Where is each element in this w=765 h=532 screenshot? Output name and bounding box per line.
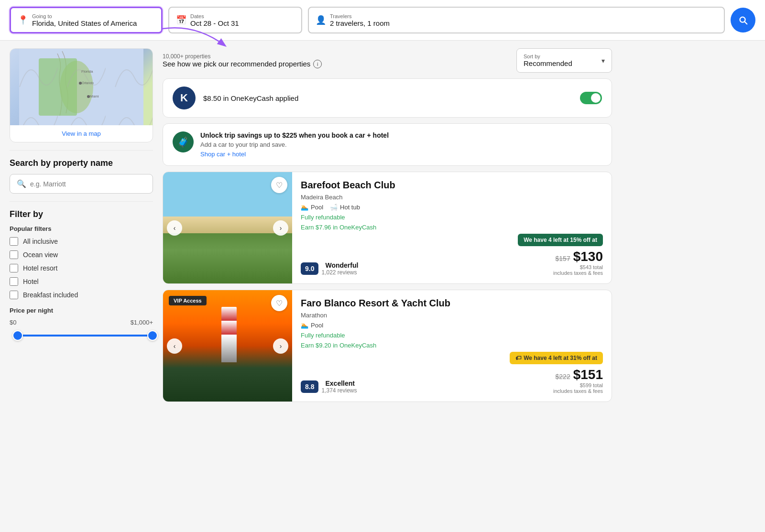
image-prev-button-1[interactable]: ‹ — [167, 338, 182, 354]
tag-icon: 🏷 — [515, 355, 521, 361]
results-info: 10,000+ properties See how we pick our r… — [163, 53, 322, 68]
property-search-field[interactable]: 🔍 — [10, 174, 153, 194]
sort-dropdown[interactable]: Sort by Recommended ▾ — [516, 48, 612, 73]
car-hotel-icon: 🧳 — [173, 131, 194, 152]
person-icon: 👤 — [316, 15, 326, 25]
view-in-map-link[interactable]: View in a map — [10, 125, 153, 142]
svg-point-5 — [79, 82, 82, 85]
hotel-card-0: ‹ › ♡ Barefoot Beach Club Madeira Beach … — [163, 172, 612, 284]
price-min-label: $0 — [10, 319, 16, 326]
property-name-input[interactable] — [30, 180, 146, 188]
map-image: Florida Miami Orlando — [10, 49, 153, 125]
amenity-pool-0: 🏊 Pool — [301, 204, 323, 211]
filter-all-inclusive-label: All inclusive — [23, 238, 58, 245]
main-layout: Florida Miami Orlando View in a map Sear… — [0, 41, 622, 415]
hotel-image-1: VIP Access ‹ › ♡ — [163, 290, 292, 402]
amenity-hottub-0: 🛁 Hot tub — [330, 204, 360, 211]
svg-text:Miami: Miami — [90, 95, 99, 98]
vip-badge-1: VIP Access — [169, 296, 207, 305]
location-pin-icon: 📍 — [18, 15, 28, 25]
property-search-title: Search by property name — [10, 158, 153, 168]
filter-breakfast[interactable]: Breakfast included — [10, 291, 153, 299]
filter-breakfast-checkbox[interactable] — [10, 291, 18, 299]
hotel-bottom-0: 9.0 Wonderful 1,022 reviews We have 4 le… — [301, 234, 603, 276]
filter-hotel-resort[interactable]: Hotel resort — [10, 264, 153, 272]
hottub-icon: 🛁 — [330, 204, 338, 211]
filter-ocean-view[interactable]: Ocean view — [10, 250, 153, 259]
image-prev-button-0[interactable]: ‹ — [167, 220, 182, 236]
filter-section: Filter by Popular filters All inclusive … — [10, 209, 153, 340]
savings-title: Unlock trip savings up to $225 when you … — [200, 131, 389, 139]
slider-thumb-right[interactable] — [147, 330, 158, 341]
favorite-button-1[interactable]: ♡ — [271, 295, 287, 311]
price-note-0: includes taxes & fees — [518, 270, 603, 276]
info-icon[interactable]: i — [313, 60, 322, 68]
going-to-field[interactable]: 📍 Going to Florida, United States of Ame… — [10, 7, 163, 33]
filter-title: Filter by — [10, 209, 153, 219]
hotel-card-1: VIP Access ‹ › ♡ Faro Blanco Resort & Ya… — [163, 290, 612, 402]
favorite-button-0[interactable]: ♡ — [271, 177, 287, 193]
map-card: Florida Miami Orlando View in a map — [10, 48, 153, 142]
hotel-info-1: Faro Blanco Resort & Yacht Club Marathon… — [292, 290, 612, 402]
hotel-name-1: Faro Blanco Resort & Yacht Club — [301, 298, 603, 309]
earn-cash-1: Earn $9.20 in OneKeyCash — [301, 342, 603, 349]
rating-section-0: 9.0 Wonderful 1,022 reviews — [301, 261, 358, 276]
rating-section-1: 8.8 Excellent 1,374 reviews — [301, 380, 357, 394]
deal-badge-1: 🏷 We have 4 left at 31% off at — [510, 352, 603, 364]
price-slider[interactable] — [12, 330, 150, 340]
image-next-button-0[interactable]: › — [273, 220, 288, 236]
calendar-icon: 📅 — [176, 15, 186, 25]
svg-rect-0 — [19, 49, 143, 125]
sort-label: Sort by — [524, 54, 572, 59]
hotel-bottom-1: 8.8 Excellent 1,374 reviews 🏷 We have 4 … — [301, 352, 603, 394]
svg-point-3 — [87, 95, 90, 98]
savings-link[interactable]: Shop car + hotel — [200, 151, 246, 158]
filter-hotel-checkbox[interactable] — [10, 277, 18, 286]
filter-all-inclusive[interactable]: All inclusive — [10, 237, 153, 246]
price-area-0: We have 4 left at 15% off at $157 $130 $… — [518, 234, 603, 276]
filter-breakfast-label: Breakfast included — [23, 291, 78, 299]
price-filter-section: Price per night $0 $1,000+ — [10, 307, 153, 340]
search-icon-small: 🔍 — [17, 179, 26, 188]
header: 📍 Going to Florida, United States of Ame… — [0, 0, 765, 41]
slider-track — [16, 335, 154, 337]
property-search-section: Search by property name 🔍 — [10, 158, 153, 194]
price-section-title: Price per night — [10, 307, 153, 314]
hotel-amenities-1: 🏊 Pool — [301, 322, 603, 329]
price-total-0: $543 total — [518, 264, 603, 270]
pool-icon-1: 🏊 — [301, 322, 308, 329]
onekey-toggle[interactable] — [580, 92, 602, 104]
filter-ocean-view-checkbox[interactable] — [10, 250, 18, 259]
rating-label-1: Excellent — [325, 380, 357, 387]
svg-point-1 — [60, 61, 93, 113]
image-next-button-1[interactable]: › — [273, 338, 288, 354]
search-button[interactable] — [731, 8, 755, 33]
amenity-pool-1: 🏊 Pool — [301, 322, 323, 329]
sort-value: Recommended — [524, 59, 572, 67]
slider-thumb-left[interactable] — [12, 330, 23, 341]
going-to-value: Florida, United States of America — [32, 19, 137, 27]
filter-all-inclusive-checkbox[interactable] — [10, 237, 18, 246]
rating-label-0: Wonderful — [325, 261, 358, 269]
savings-banner: 🧳 Unlock trip savings up to $225 when yo… — [163, 123, 612, 166]
search-icon — [738, 15, 748, 25]
hotel-amenities-0: 🏊 Pool 🛁 Hot tub — [301, 204, 603, 211]
filter-hotel-resort-checkbox[interactable] — [10, 264, 18, 272]
content-area: 10,000+ properties See how we pick our r… — [163, 48, 612, 408]
travelers-field[interactable]: 👤 Travelers 2 travelers, 1 room — [308, 7, 725, 33]
dates-field[interactable]: 📅 Dates Oct 28 - Oct 31 — [168, 7, 302, 33]
savings-desc: Add a car to your trip and save. — [200, 141, 389, 148]
divider-1 — [10, 150, 153, 151]
savings-text: Unlock trip savings up to $225 when you … — [200, 131, 389, 158]
travelers-value: 2 travelers, 1 room — [330, 19, 390, 27]
onekey-text: $8.50 in OneKeyCash applied — [203, 94, 298, 102]
price-current-1: $151 — [573, 367, 603, 382]
results-count: 10,000+ properties — [163, 53, 322, 60]
popular-filters-label: Popular filters — [10, 225, 153, 232]
filter-hotel-label: Hotel — [23, 278, 39, 285]
rating-count-0: 1,022 reviews — [321, 269, 358, 276]
price-current-0: $130 — [573, 249, 603, 264]
filter-hotel[interactable]: Hotel — [10, 277, 153, 286]
hotel-location-1: Marathon — [301, 312, 603, 319]
hotel-image-0: ‹ › ♡ — [163, 172, 292, 283]
